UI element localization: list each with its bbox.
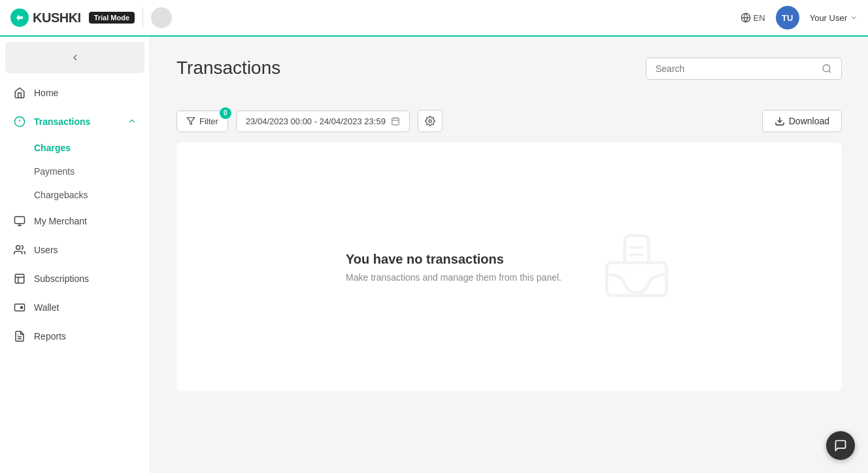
header-avatar-small bbox=[151, 7, 172, 28]
empty-inbox-icon bbox=[601, 230, 673, 304]
svg-rect-6 bbox=[15, 274, 24, 283]
sidebar-item-transactions-label: Transactions bbox=[34, 116, 120, 127]
search-bar[interactable] bbox=[646, 58, 842, 80]
main-layout: Home Transactions Charges Payments Charg… bbox=[0, 37, 868, 473]
sidebar-item-chargebacks[interactable]: Chargebacks bbox=[34, 183, 150, 207]
chat-icon bbox=[834, 439, 847, 452]
sidebar-collapse-button[interactable] bbox=[5, 42, 144, 73]
lang-selector[interactable]: EN bbox=[741, 12, 765, 23]
sidebar-item-home-label: Home bbox=[34, 88, 137, 98]
download-button[interactable]: Download bbox=[762, 110, 842, 132]
trial-badge: Trial Mode bbox=[89, 12, 135, 24]
sidebar-item-transactions[interactable]: Transactions bbox=[0, 107, 150, 136]
filter-count-badge: 0 bbox=[220, 107, 231, 119]
svg-point-16 bbox=[429, 120, 431, 122]
user-name-button[interactable]: Your User bbox=[810, 13, 858, 23]
filter-label: Filter bbox=[199, 116, 218, 126]
svg-rect-18 bbox=[607, 262, 667, 295]
merchant-icon bbox=[13, 215, 26, 228]
sidebar-item-charges[interactable]: Charges bbox=[34, 136, 150, 160]
sidebar-item-my-merchant[interactable]: My Merchant bbox=[0, 207, 150, 236]
home-icon bbox=[13, 86, 26, 99]
header-left: KUSHKI Trial Mode bbox=[10, 7, 172, 28]
subscriptions-icon bbox=[13, 272, 26, 285]
empty-subtext: Make transactions and manage them from t… bbox=[346, 272, 561, 283]
filter-button[interactable]: Filter 0 bbox=[176, 111, 228, 132]
sidebar-item-my-merchant-label: My Merchant bbox=[34, 216, 137, 226]
sidebar-item-reports-label: Reports bbox=[34, 331, 137, 342]
wallet-icon bbox=[13, 301, 26, 314]
page-title: Transactions bbox=[176, 58, 280, 79]
empty-text: You have no transactions Make transactio… bbox=[346, 252, 561, 283]
reports-icon bbox=[13, 330, 26, 343]
chat-button[interactable] bbox=[826, 431, 855, 460]
empty-state: You have no transactions Make transactio… bbox=[307, 190, 712, 343]
svg-marker-11 bbox=[187, 118, 195, 125]
logo-text: KUSHKI bbox=[33, 10, 81, 26]
sidebar-item-reports[interactable]: Reports bbox=[0, 322, 150, 351]
column-settings-button[interactable] bbox=[418, 110, 442, 132]
sidebar-item-payments[interactable]: Payments bbox=[34, 160, 150, 183]
svg-point-5 bbox=[16, 245, 20, 249]
download-label: Download bbox=[789, 116, 829, 126]
sidebar-item-home[interactable]: Home bbox=[0, 79, 150, 107]
sidebar: Home Transactions Charges Payments Charg… bbox=[0, 37, 150, 473]
main-content: Transactions Filter 0 23/04/2023 00:00 -… bbox=[150, 37, 868, 473]
sidebar-item-users[interactable]: Users bbox=[0, 236, 150, 264]
sidebar-item-wallet[interactable]: Wallet bbox=[0, 293, 150, 322]
svg-rect-4 bbox=[15, 217, 25, 224]
users-icon bbox=[13, 243, 26, 256]
svg-point-10 bbox=[823, 65, 830, 72]
empty-heading: You have no transactions bbox=[346, 252, 561, 267]
sidebar-item-subscriptions[interactable]: Subscriptions bbox=[0, 264, 150, 293]
gear-icon bbox=[425, 116, 435, 126]
chevron-up-icon bbox=[127, 116, 137, 128]
page-title-row: Transactions bbox=[176, 58, 842, 94]
transactions-icon bbox=[13, 115, 26, 128]
svg-rect-12 bbox=[392, 118, 399, 125]
download-icon bbox=[775, 116, 785, 126]
user-avatar: TU bbox=[776, 6, 799, 29]
date-range-picker[interactable]: 23/04/2023 00:00 - 24/04/2023 23:59 bbox=[236, 111, 410, 132]
transactions-panel: You have no transactions Make transactio… bbox=[176, 143, 842, 391]
filter-icon bbox=[186, 116, 195, 126]
header-right: EN TU Your User bbox=[741, 6, 858, 29]
calendar-icon bbox=[391, 116, 400, 126]
top-header: KUSHKI Trial Mode EN TU Your User bbox=[0, 0, 868, 37]
header-divider bbox=[142, 8, 143, 27]
toolbar-left: Filter 0 23/04/2023 00:00 - 24/04/2023 2… bbox=[176, 110, 442, 132]
search-icon bbox=[822, 63, 832, 74]
transactions-submenu: Charges Payments Chargebacks bbox=[0, 136, 150, 207]
sidebar-item-subscriptions-label: Subscriptions bbox=[34, 273, 137, 284]
toolbar: Filter 0 23/04/2023 00:00 - 24/04/2023 2… bbox=[176, 110, 842, 132]
logo: KUSHKI bbox=[10, 9, 81, 27]
lang-label: EN bbox=[754, 13, 765, 23]
search-input[interactable] bbox=[656, 63, 816, 74]
logo-icon bbox=[10, 9, 29, 27]
sidebar-item-users-label: Users bbox=[34, 245, 137, 255]
date-range-value: 23/04/2023 00:00 - 24/04/2023 23:59 bbox=[246, 116, 386, 126]
sidebar-item-wallet-label: Wallet bbox=[34, 302, 137, 313]
